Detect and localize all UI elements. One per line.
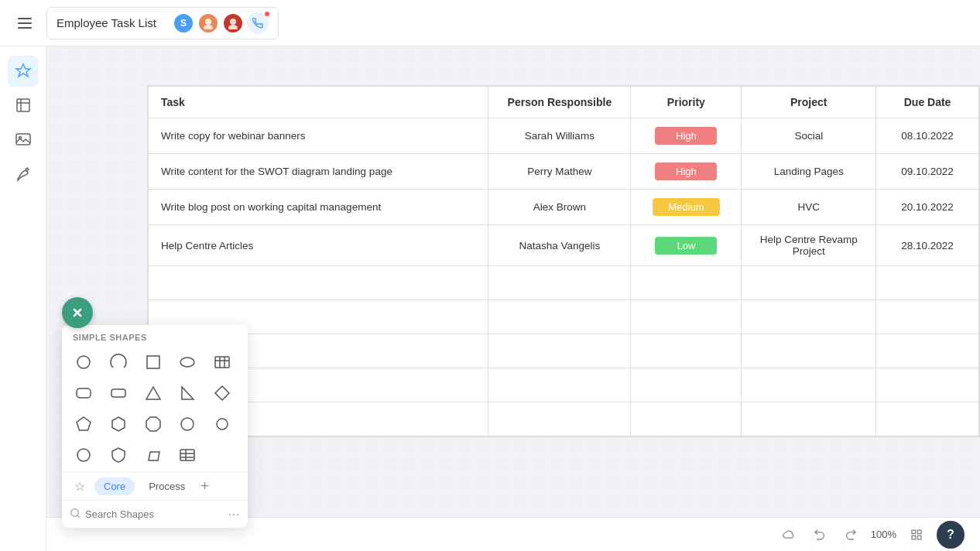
svg-point-27: [181, 418, 194, 430]
cell-project: HVC: [742, 190, 876, 225]
svg-marker-25: [112, 417, 125, 431]
shape-circle-outline-2[interactable]: [173, 410, 201, 438]
sidebar-shapes-tool[interactable]: [8, 56, 39, 87]
shape-right-triangle[interactable]: [173, 379, 201, 407]
sidebar-image-tool[interactable]: [8, 124, 39, 155]
task-table-container: Task Person Responsible Priority Project…: [147, 85, 980, 437]
priority-badge-low: Low: [655, 237, 717, 255]
call-badge: [264, 11, 270, 17]
svg-point-4: [204, 25, 213, 29]
table-row-empty: [149, 334, 979, 368]
avatar-s: S: [173, 12, 194, 34]
shape-circle-outline-3[interactable]: [208, 410, 236, 438]
cell-due: 08.10.2022: [876, 118, 979, 154]
cell-project: Landing Pages: [742, 154, 876, 190]
cell-due: 09.10.2022: [876, 154, 979, 190]
svg-rect-42: [917, 536, 921, 539]
cell-person: Alex Brown: [488, 190, 631, 225]
shape-square[interactable]: [139, 348, 167, 376]
cell-project: Social: [742, 118, 876, 154]
search-icon: [70, 508, 81, 521]
shape-triangle[interactable]: [139, 379, 167, 407]
table-row-empty: [149, 266, 979, 300]
svg-marker-23: [215, 386, 229, 400]
search-shapes-input[interactable]: [85, 508, 223, 520]
svg-rect-20: [111, 389, 125, 397]
shape-hexagon[interactable]: [105, 410, 132, 438]
grid-icon[interactable]: [906, 524, 927, 546]
close-shapes-button[interactable]: [62, 297, 93, 328]
avatar-b: [197, 12, 219, 34]
table-row: Help Centre Articles Natasha Vangelis Lo…: [149, 225, 979, 266]
main-layout: Task Person Responsible Priority Project…: [0, 46, 980, 551]
shape-rounded-rect[interactable]: [70, 379, 98, 407]
shape-rounded-rect-2[interactable]: [105, 379, 132, 407]
tab-process[interactable]: Process: [139, 477, 194, 495]
svg-rect-2: [18, 27, 32, 29]
col-task: Task: [149, 87, 488, 118]
table-row-empty: [149, 402, 979, 436]
call-button[interactable]: [247, 12, 269, 34]
cell-person: Perry Mathew: [488, 154, 631, 190]
cell-task: Help Centre Articles: [149, 225, 488, 266]
canvas-area[interactable]: Task Person Responsible Priority Project…: [46, 46, 980, 551]
left-sidebar: [0, 46, 46, 551]
table-row-empty: [149, 300, 979, 334]
shapes-tabs: ☆ Core Process +: [62, 472, 248, 500]
priority-badge-high: High: [655, 127, 717, 145]
tab-add-button[interactable]: +: [200, 478, 209, 495]
shape-shield[interactable]: [105, 441, 132, 469]
shape-pentagon[interactable]: [70, 410, 98, 438]
svg-point-28: [217, 419, 228, 430]
sidebar-frame-tool[interactable]: [8, 90, 39, 121]
shape-diamond[interactable]: [208, 379, 236, 407]
shape-circle-outline-4[interactable]: [70, 441, 98, 469]
table-row: Write content for the SWOT diagram landi…: [149, 154, 979, 190]
shapes-grid: [62, 345, 248, 472]
col-person: Person Responsible: [488, 87, 631, 118]
col-due-date: Due Date: [876, 87, 979, 118]
redo-icon[interactable]: [840, 524, 862, 546]
cell-due: 28.10.2022: [876, 225, 979, 266]
col-priority: Priority: [631, 87, 742, 118]
shape-arc[interactable]: [105, 348, 132, 376]
tab-core[interactable]: Core: [94, 477, 135, 495]
help-button[interactable]: ?: [937, 521, 965, 549]
undo-icon[interactable]: [809, 524, 831, 546]
svg-rect-7: [17, 99, 29, 111]
svg-point-29: [77, 449, 90, 461]
cell-priority: Low: [631, 225, 742, 266]
title-box: Employee Task List S: [46, 7, 279, 39]
sidebar-draw-tool[interactable]: [8, 158, 39, 189]
shape-octagon[interactable]: [139, 410, 167, 438]
cell-person: Sarah Williams: [488, 118, 631, 154]
shape-parallelogram[interactable]: [139, 441, 167, 469]
table-header-row: Task Person Responsible Priority Project…: [149, 87, 979, 118]
cloud-save-icon[interactable]: [778, 524, 800, 546]
col-project: Project: [742, 87, 876, 118]
svg-rect-19: [77, 388, 91, 398]
table-row: Write copy for webinar banners Sarah Wil…: [149, 118, 979, 154]
cell-task: Write copy for webinar banners: [149, 118, 488, 154]
cell-task: Write blog post on working capital manag…: [149, 190, 488, 225]
shape-table-2[interactable]: [173, 441, 201, 469]
cell-due: 20.10.2022: [876, 190, 979, 225]
shape-ellipse[interactable]: [173, 348, 201, 376]
shape-circle[interactable]: [70, 348, 98, 376]
shapes-panel: SIMPLE SHAPES: [62, 325, 248, 528]
cell-task: Write content for the SWOT diagram landi…: [149, 154, 488, 190]
shape-table-grid[interactable]: [208, 348, 236, 376]
table-row: Write blog post on working capital manag…: [149, 190, 979, 225]
cell-priority: High: [631, 154, 742, 190]
svg-rect-31: [180, 450, 194, 460]
menu-button[interactable]: [12, 11, 37, 36]
search-more-icon[interactable]: ⋯: [228, 507, 240, 522]
svg-marker-24: [77, 417, 91, 430]
svg-rect-15: [215, 357, 229, 368]
tab-star-icon[interactable]: ☆: [70, 477, 90, 495]
svg-rect-1: [18, 22, 32, 24]
svg-rect-10: [16, 134, 30, 145]
svg-marker-30: [149, 452, 159, 460]
svg-marker-26: [146, 417, 160, 431]
cell-priority: Medium: [631, 190, 742, 225]
